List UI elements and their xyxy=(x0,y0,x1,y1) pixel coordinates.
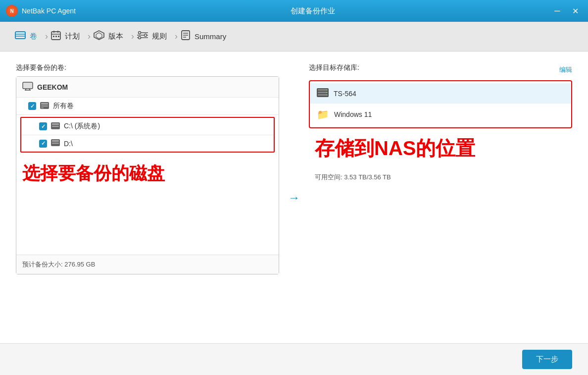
left-annotation: 选择要备份的磁盘 xyxy=(16,155,279,192)
left-panel: 选择要备份的卷: GEEKOM ✓ 所有卷 xyxy=(16,63,279,274)
main-content: 选择要备份的卷: GEEKOM ✓ 所有卷 xyxy=(0,52,588,343)
svg-rect-36 xyxy=(52,140,59,142)
right-panel-label: 选择目标存储库: xyxy=(309,63,359,72)
nas-box: TS-564 📁 Windows 11 xyxy=(309,80,572,128)
svg-marker-10 xyxy=(94,31,104,40)
computer-icon xyxy=(22,82,33,92)
svg-point-42 xyxy=(326,90,327,91)
svg-rect-30 xyxy=(41,106,48,107)
close-button[interactable]: ✕ xyxy=(568,4,582,18)
rules-label: 规则 xyxy=(152,32,167,41)
title-bar: N NetBak PC Agent 创建备份作业 ─ ✕ xyxy=(0,0,588,22)
nas-device-name: TS-564 xyxy=(334,90,356,98)
window-controls: ─ ✕ xyxy=(550,4,582,18)
nav-item-summary[interactable]: Summary xyxy=(174,26,233,47)
summary-icon xyxy=(181,30,191,43)
nas-folder-name: Windows 11 xyxy=(334,110,372,118)
disk-icon-d xyxy=(51,139,60,148)
left-panel-label: 选择要备份的卷: xyxy=(16,63,279,72)
nas-server-icon xyxy=(317,88,329,99)
left-spacer xyxy=(16,192,279,255)
volume-c-label: C:\ (系统卷) xyxy=(64,122,100,131)
nas-folder-row[interactable]: 📁 Windows 11 xyxy=(310,104,571,125)
arrow-icon: → xyxy=(288,191,300,205)
svg-point-13 xyxy=(139,37,141,39)
svg-rect-31 xyxy=(41,107,44,108)
volumes-icon xyxy=(15,31,26,42)
volume-d-checkbox[interactable]: ✓ xyxy=(39,140,47,148)
svg-rect-9 xyxy=(58,36,59,37)
computer-name: GEEKOM xyxy=(37,83,68,91)
all-volumes-checkbox[interactable]: ✓ xyxy=(28,102,36,110)
computer-header: GEEKOM xyxy=(16,77,279,98)
disk-icon-all xyxy=(40,102,49,110)
next-button[interactable]: 下一步 xyxy=(522,350,572,369)
volume-c-row[interactable]: ✓ C:\ (系统卷) xyxy=(21,118,274,135)
minimize-button[interactable]: ─ xyxy=(550,4,564,18)
svg-point-43 xyxy=(326,92,327,93)
edit-link[interactable]: 编辑 xyxy=(559,65,572,74)
rules-icon xyxy=(137,31,148,42)
volumes-panel-box: GEEKOM ✓ 所有卷 ✓ xyxy=(16,76,279,274)
volume-d-row[interactable]: ✓ D:\ xyxy=(21,135,274,152)
nav-item-volumes[interactable]: 卷 xyxy=(8,27,44,46)
arrow-col: → xyxy=(279,63,309,331)
svg-rect-37 xyxy=(52,143,59,144)
left-panel-footer: 预计备份大小: 276.95 GB xyxy=(16,255,279,274)
all-volumes-row[interactable]: ✓ 所有卷 xyxy=(16,98,279,115)
svg-rect-7 xyxy=(53,36,54,37)
backup-size-value: 276.95 GB xyxy=(64,261,95,268)
free-space-value: 3.53 TB/3.56 TB xyxy=(344,173,391,181)
panels-row: 选择要备份的卷: GEEKOM ✓ 所有卷 xyxy=(16,63,572,331)
nav-item-version[interactable]: 版本 xyxy=(87,26,130,47)
version-label: 版本 xyxy=(108,32,123,41)
backup-size-label: 预计备份大小: xyxy=(22,261,63,268)
svg-rect-34 xyxy=(52,126,59,127)
svg-rect-8 xyxy=(55,36,57,37)
bottom-bar: 下一步 xyxy=(0,343,588,375)
schedule-icon xyxy=(51,30,61,43)
volumes-label: 卷 xyxy=(30,32,37,41)
nav-bar: 卷 计划 版本 xyxy=(0,22,588,52)
svg-point-44 xyxy=(326,95,327,96)
svg-rect-0 xyxy=(15,32,25,39)
window-title: 创建备份作业 xyxy=(76,6,550,16)
svg-point-12 xyxy=(139,32,141,34)
svg-marker-11 xyxy=(96,33,102,39)
version-icon xyxy=(94,30,104,43)
selected-volumes-group: ✓ C:\ (系统卷) ✓ D:\ xyxy=(20,117,275,153)
right-panel: 选择目标存储库: 编辑 TS-564 📁 Windows 11 存储到NAS的位… xyxy=(309,63,572,187)
app-logo: N xyxy=(6,5,18,17)
svg-rect-24 xyxy=(23,82,33,89)
nav-item-rules[interactable]: 规则 xyxy=(130,27,174,46)
folder-icon: 📁 xyxy=(317,108,329,120)
right-panel-header: 选择目标存储库: 编辑 xyxy=(309,63,572,76)
nas-device-row[interactable]: TS-564 xyxy=(310,83,571,104)
right-annotation: 存储到NAS的位置 xyxy=(309,128,572,168)
nav-item-schedule[interactable]: 计划 xyxy=(44,26,87,47)
free-space-label: 可用空间: xyxy=(315,173,343,181)
app-name: NetBak PC Agent xyxy=(22,7,76,15)
right-panel-footer: 可用空间: 3.53 TB/3.56 TB xyxy=(309,168,572,187)
disk-icon-c xyxy=(51,122,60,131)
schedule-label: 计划 xyxy=(65,32,80,41)
svg-point-14 xyxy=(145,34,147,37)
summary-label: Summary xyxy=(195,32,226,41)
svg-rect-33 xyxy=(52,123,59,125)
all-volumes-label: 所有卷 xyxy=(53,102,74,110)
volume-c-checkbox[interactable]: ✓ xyxy=(39,122,47,130)
volume-d-label: D:\ xyxy=(64,140,73,148)
svg-rect-29 xyxy=(41,103,48,105)
